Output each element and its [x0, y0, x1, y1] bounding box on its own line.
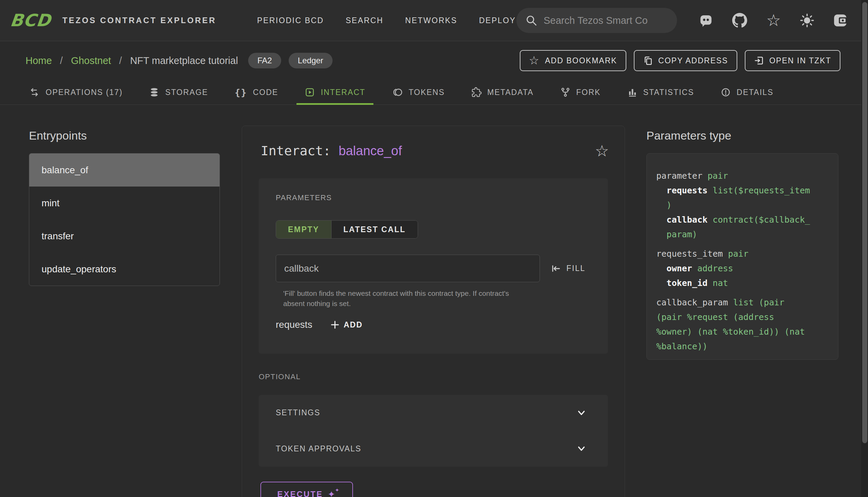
- tab-metadata[interactable]: METADATA: [463, 80, 542, 104]
- fill-helper-text: 'Fill' button finds the newest contract …: [283, 288, 532, 309]
- tab-storage[interactable]: STORAGE: [141, 80, 216, 104]
- tab-label: CODE: [253, 88, 278, 97]
- chart-bar-icon: [627, 87, 638, 97]
- main-content: Entrypoints balance_ofminttransferupdate…: [0, 105, 861, 497]
- alert-circle-icon: [721, 87, 731, 97]
- code-line: ): [656, 198, 830, 212]
- github-icon[interactable]: [732, 13, 747, 28]
- database-icon: [149, 87, 159, 97]
- execute-button[interactable]: EXECUTE ✦✦: [260, 482, 353, 497]
- optional-label: OPTIONAL: [259, 372, 625, 381]
- nav-link-search[interactable]: SEARCH: [345, 16, 383, 25]
- scrollbar-thumb[interactable]: [862, 2, 867, 443]
- parameters-type-column: Parameters type parameter pair requests …: [646, 129, 838, 360]
- wallet-icon[interactable]: [833, 14, 848, 27]
- tab-statistics[interactable]: STATISTICS: [619, 80, 702, 104]
- code-line: parameter pair: [656, 169, 830, 183]
- breadcrumb-home[interactable]: Home: [26, 55, 52, 66]
- add-bookmark-button[interactable]: ☆ADD BOOKMARK: [520, 50, 626, 71]
- code-group: callback_param list (pair(pair %request …: [656, 295, 830, 354]
- breadcrumb-ghostnet[interactable]: Ghostnet: [71, 55, 111, 66]
- nav-links: PERIODIC BCDSEARCHNETWORKSDEPLOY: [257, 16, 516, 25]
- bcd-logo[interactable]: BCD: [9, 11, 52, 30]
- add-bookmark-label: ADD BOOKMARK: [545, 56, 617, 65]
- entrypoint-item-transfer[interactable]: transfer: [29, 219, 219, 253]
- navbar-icons: ☆: [699, 13, 848, 28]
- copy-address-button[interactable]: COPY ADDRESS: [634, 50, 737, 71]
- source-fork-icon: [560, 87, 570, 97]
- discord-icon[interactable]: [699, 14, 713, 27]
- add-request-button[interactable]: ADD: [330, 320, 362, 330]
- execute-button-label: EXECUTE: [277, 489, 323, 497]
- code-line: param): [656, 227, 830, 242]
- sparkles-icon: ✦✦: [328, 490, 336, 497]
- code-line: token_id nat: [656, 276, 830, 290]
- play-box-icon: [305, 87, 315, 97]
- optional-sections-panel: SETTINGSTOKEN APPROVALS: [259, 395, 608, 467]
- code-line: %owner) (nat %token_id)) (nat: [656, 324, 830, 339]
- breadcrumb-separator: /: [119, 55, 122, 66]
- callback-input[interactable]: [276, 255, 540, 282]
- fill-button[interactable]: FILL: [551, 264, 585, 274]
- tab-tokens[interactable]: TOKENS: [384, 80, 453, 104]
- parameters-type-code: parameter pair requests list($requests_i…: [646, 153, 838, 360]
- breadcrumb-separator: /: [60, 55, 62, 66]
- nav-link-networks[interactable]: NETWORKS: [405, 16, 457, 25]
- nav-link-periodic-bcd[interactable]: PERIODIC BCD: [257, 16, 324, 25]
- breadcrumb-nft-marketplace-tutorial: NFT marketplace tutorial: [130, 55, 238, 66]
- tab-label: TOKENS: [409, 88, 444, 97]
- puzzle-icon: [471, 87, 482, 97]
- code-group: requests_item pair owner address token_i…: [656, 246, 830, 290]
- toggle-option-latest-call[interactable]: LATEST CALL: [331, 221, 418, 238]
- chevron-down-icon: [576, 444, 587, 453]
- badge-ledger: Ledger: [289, 53, 332, 68]
- entrypoints-title: Entrypoints: [29, 129, 220, 142]
- entrypoint-list: balance_ofminttransferupdate_operators: [29, 153, 220, 286]
- entrypoint-item-mint[interactable]: mint: [29, 186, 219, 219]
- interact-title: Interact: balance_of: [261, 143, 402, 158]
- copy-address-label: COPY ADDRESS: [658, 56, 728, 65]
- plus-icon: [330, 320, 340, 330]
- section-row-token-approvals[interactable]: TOKEN APPROVALS: [259, 431, 608, 467]
- header-actions: ☆ADD BOOKMARKCOPY ADDRESSOPEN IN TZKT: [520, 50, 841, 71]
- parameters-type-title: Parameters type: [646, 129, 838, 142]
- tab-label: STORAGE: [165, 88, 208, 97]
- search-input[interactable]: [544, 15, 668, 26]
- favorites-star-icon[interactable]: ☆: [766, 13, 781, 28]
- code-line: requests_item pair: [656, 246, 830, 261]
- tab-fork[interactable]: FORK: [552, 80, 609, 104]
- code-line: callback contract($callback_: [656, 212, 830, 227]
- entrypoint-item-balance_of[interactable]: balance_of: [29, 154, 219, 186]
- open-in-tzkt-button[interactable]: OPEN IN TZKT: [745, 50, 840, 71]
- favorite-entrypoint-star-icon[interactable]: ☆: [595, 143, 609, 159]
- tab-code[interactable]: {}CODE: [226, 80, 286, 104]
- code-group: parameter pair requests list($requests_i…: [656, 169, 830, 242]
- search-icon: [525, 14, 538, 27]
- copy-icon: [643, 56, 653, 66]
- tab-label: STATISTICS: [643, 88, 694, 97]
- entrypoints-column: Entrypoints balance_ofminttransferupdate…: [29, 129, 220, 286]
- theme-sun-icon[interactable]: [800, 13, 814, 28]
- global-search[interactable]: [516, 8, 677, 33]
- tab-label: OPERATIONS (17): [46, 88, 123, 97]
- code-line: (pair %request (address: [656, 310, 830, 324]
- code-braces-icon: {}: [234, 87, 247, 98]
- nav-link-deploy[interactable]: DEPLOY: [479, 16, 516, 25]
- toggle-option-empty[interactable]: EMPTY: [276, 221, 331, 238]
- page-scrollbar[interactable]: [861, 0, 868, 497]
- interact-entrypoint-name: balance_of: [339, 144, 402, 158]
- section-label-settings: SETTINGS: [276, 408, 320, 417]
- tab-label: FORK: [576, 88, 601, 97]
- entrypoint-item-update_operators[interactable]: update_operators: [29, 253, 219, 286]
- code-line: callback_param list (pair: [656, 295, 830, 310]
- tab-operations-17[interactable]: OPERATIONS (17): [21, 80, 131, 104]
- chevron-down-icon: [576, 409, 587, 417]
- tab-interact[interactable]: INTERACT: [297, 80, 373, 104]
- section-label-token-approvals: TOKEN APPROVALS: [276, 444, 361, 453]
- contract-tabs: OPERATIONS (17)STORAGE{}CODEINTERACTTOKE…: [0, 80, 868, 105]
- section-row-settings[interactable]: SETTINGS: [259, 395, 608, 431]
- code-line: requests list($requests_item: [656, 183, 830, 198]
- interact-title-prefix: Interact:: [261, 143, 339, 158]
- tab-details[interactable]: DETAILS: [712, 80, 782, 104]
- tab-label: INTERACT: [321, 88, 365, 97]
